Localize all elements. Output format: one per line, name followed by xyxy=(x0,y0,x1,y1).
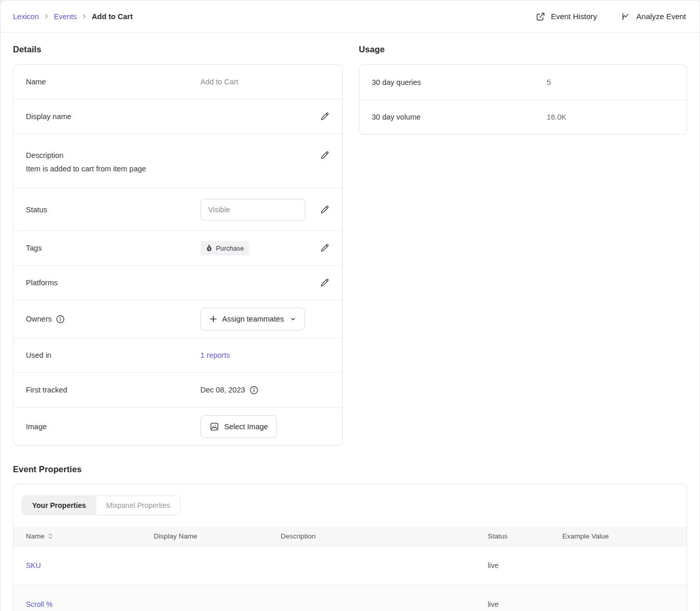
detail-row-platforms: Platforms xyxy=(13,265,342,300)
detail-row-image: Image Select Image xyxy=(13,407,342,445)
edit-tags-button[interactable] xyxy=(319,243,330,253)
edit-platforms-button[interactable] xyxy=(319,278,330,288)
info-icon[interactable] xyxy=(56,315,65,324)
chevron-right-icon xyxy=(43,13,49,19)
edit-description-button[interactable] xyxy=(319,150,330,161)
event-properties-card: Your Properties Mixpanel Properties Name… xyxy=(13,484,687,611)
sort-icon xyxy=(48,533,53,540)
name-label: Name xyxy=(26,78,200,86)
used-in-reports-link[interactable]: 1 reports xyxy=(200,351,230,359)
detail-row-used-in: Used in 1 reports xyxy=(13,338,342,372)
column-header-display-name[interactable]: Display Name xyxy=(154,532,281,540)
first-tracked-label: First tracked xyxy=(26,386,200,394)
volume-label: 30 day volume xyxy=(372,113,547,121)
details-card: Name Add to Cart Display name Descriptio… xyxy=(13,64,343,446)
detail-row-name: Name Add to Cart xyxy=(13,65,342,99)
properties-table: Name Display Name Description Status Exa… xyxy=(13,527,687,611)
chevron-down-icon xyxy=(290,316,296,322)
lexicon-event-detail-page: Lexicon Events Add to Cart Event History xyxy=(0,0,700,611)
property-link-sku[interactable]: SKU xyxy=(26,561,41,570)
name-value: Add to Cart xyxy=(200,78,238,86)
tab-your-properties[interactable]: Your Properties xyxy=(22,496,96,515)
description-label: Description xyxy=(26,151,64,159)
line-chart-icon xyxy=(621,11,631,22)
info-icon[interactable] xyxy=(250,386,258,395)
platforms-label: Platforms xyxy=(26,279,200,287)
pencil-icon xyxy=(319,111,330,122)
tag-chip-purchase[interactable]: $ Purchase xyxy=(200,241,249,255)
property-link-scroll[interactable]: Scroll % xyxy=(26,600,52,608)
pencil-icon xyxy=(319,243,330,253)
analyze-event-label: Analyze Event xyxy=(636,12,686,21)
analyze-event-button[interactable]: Analyze Event xyxy=(621,11,686,22)
column-header-name[interactable]: Name xyxy=(26,532,154,540)
select-image-button[interactable]: Select Image xyxy=(200,415,277,438)
status-value-box[interactable]: Visible xyxy=(200,199,305,221)
properties-table-header: Name Display Name Description Status Exa… xyxy=(13,527,687,546)
property-status: live xyxy=(488,600,562,608)
detail-row-description: Description Item is added to cart from i… xyxy=(13,134,342,188)
table-row[interactable]: Scroll % live xyxy=(13,585,687,611)
tab-mixpanel-properties[interactable]: Mixpanel Properties xyxy=(96,496,180,515)
owners-label: Owners xyxy=(26,315,52,323)
column-header-description[interactable]: Description xyxy=(281,532,488,540)
pencil-icon xyxy=(319,278,330,288)
queries-value: 5 xyxy=(547,78,551,86)
table-row[interactable]: SKU live xyxy=(13,546,687,585)
details-title: Details xyxy=(13,45,343,54)
top-bar: Lexicon Events Add to Cart Event History xyxy=(1,1,699,33)
first-tracked-value: Dec 08, 2023 xyxy=(200,386,245,394)
breadcrumb-lexicon[interactable]: Lexicon xyxy=(13,12,39,21)
status-label: Status xyxy=(26,206,200,214)
svg-text:$: $ xyxy=(208,247,210,250)
usage-row-volume: 30 day volume 16.0K xyxy=(359,99,687,134)
breadcrumb-current: Add to Cart xyxy=(92,12,133,21)
detail-row-display-name: Display name xyxy=(13,99,342,134)
event-history-label: Event History xyxy=(551,12,597,21)
properties-tab-group: Your Properties Mixpanel Properties xyxy=(22,496,181,515)
chevron-right-icon xyxy=(81,13,87,19)
assign-teammates-label: Assign teammates xyxy=(222,315,284,323)
event-properties-title: Event Properties xyxy=(13,464,687,474)
tags-label: Tags xyxy=(26,244,200,252)
description-value: Item is added to cart from item page xyxy=(13,161,342,173)
edit-display-name-button[interactable] xyxy=(319,111,330,122)
detail-row-first-tracked: First tracked Dec 08, 2023 xyxy=(13,372,342,407)
assign-teammates-button[interactable]: Assign teammates xyxy=(200,308,305,330)
usage-card: 30 day queries 5 30 day volume 16.0K xyxy=(359,64,687,135)
usage-row-queries: 30 day queries 5 xyxy=(359,65,687,99)
used-in-label: Used in xyxy=(26,351,200,359)
breadcrumb-events[interactable]: Events xyxy=(54,12,77,21)
event-history-button[interactable]: Event History xyxy=(535,11,597,22)
plus-icon xyxy=(209,315,217,323)
image-label: Image xyxy=(26,423,200,431)
money-bag-icon: $ xyxy=(206,244,213,252)
queries-label: 30 day queries xyxy=(372,78,547,86)
volume-value: 16.0K xyxy=(547,113,566,121)
column-header-status[interactable]: Status xyxy=(488,532,562,540)
detail-row-owners: Owners Assign teammates xyxy=(13,300,342,338)
pencil-icon xyxy=(319,150,330,161)
edit-status-button[interactable] xyxy=(319,205,330,215)
header-actions: Event History Analyze Event xyxy=(535,11,686,22)
usage-title: Usage xyxy=(359,45,687,54)
column-header-example-value[interactable]: Example Value xyxy=(562,532,687,540)
external-link-icon xyxy=(535,11,546,22)
display-name-label: Display name xyxy=(26,112,200,121)
tag-chip-label: Purchase xyxy=(216,244,244,252)
pencil-icon xyxy=(319,205,330,215)
breadcrumb: Lexicon Events Add to Cart xyxy=(13,12,133,21)
detail-row-tags: Tags $ Purchase xyxy=(13,230,342,265)
select-image-label: Select Image xyxy=(224,423,268,431)
name-column-label: Name xyxy=(26,532,45,540)
property-status: live xyxy=(488,561,562,570)
image-icon xyxy=(209,421,220,432)
detail-row-status: Status Visible xyxy=(13,188,342,230)
main-content: Details Name Add to Cart Display name xyxy=(1,33,699,611)
